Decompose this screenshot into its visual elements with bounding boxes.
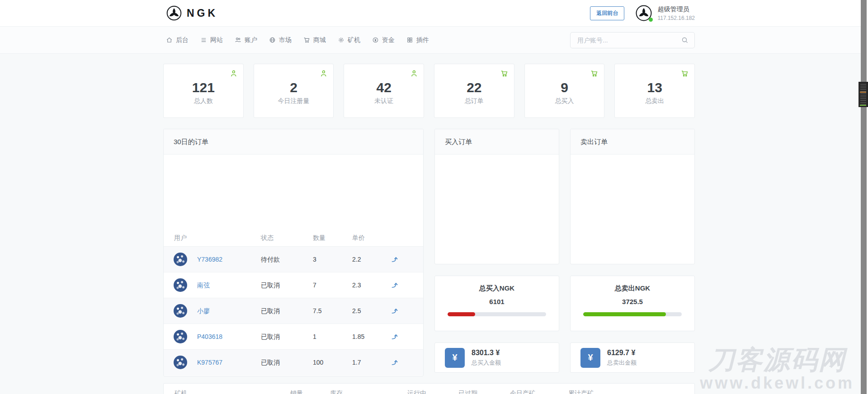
user-menu[interactable]: 超级管理员 117.152.16.182 [635, 4, 695, 22]
column-header-running: 运行中 [407, 389, 426, 394]
order-detail-arrow-icon[interactable] [391, 281, 400, 290]
minimap-green-marker [860, 105, 866, 106]
sell-orders-panel: 卖出订单 [570, 129, 695, 264]
nav-item-dashboard[interactable]: 后台 [166, 36, 189, 44]
nav-item-funds[interactable]: 资金 [372, 36, 395, 44]
yen-badge-icon: ¥ [580, 348, 600, 368]
total-buy-amount-card: ¥ 8301.3 ¥ 总买入金额 [434, 342, 559, 373]
column-header-today-mined: 今日产矿 [510, 389, 535, 394]
avatar [174, 253, 187, 266]
order-qty: 7 [313, 281, 316, 289]
stat-value: 2 [254, 80, 334, 95]
main-navbar: 后台 网站 账户 市场 商城 矿机 资金 插件 [0, 27, 868, 54]
search-box [570, 32, 695, 48]
user-ip: 117.152.16.182 [657, 15, 695, 21]
order-status: 已取消 [261, 281, 280, 290]
user-link[interactable]: Y736982 [197, 256, 222, 263]
order-detail-arrow-icon[interactable] [391, 332, 400, 341]
order-detail-arrow-icon[interactable] [391, 255, 400, 264]
stat-label: 总买入 [525, 97, 604, 105]
watermark-text-cn: 刀客源码网 [700, 346, 854, 374]
money-amount: 8301.3 ¥ [472, 349, 501, 357]
table-row: Y736982 待付款 3 2.2 [164, 247, 423, 272]
order-price: 1.85 [352, 333, 364, 340]
money-amount: 6129.7 ¥ [607, 349, 637, 357]
search-input[interactable] [571, 37, 681, 44]
orders-30d-panel: 30日的订单 用户 状态 数量 单价 Y736982 待付款 3 2.2 [163, 129, 424, 376]
orders-chart-area [164, 155, 423, 229]
nav-item-plugins[interactable]: 插件 [406, 36, 429, 44]
stat-card-total-buys: 9 总买入 [524, 64, 605, 118]
panel-title: 买入订单 [435, 129, 559, 155]
cart-icon [303, 37, 310, 43]
table-row: K975767 已取消 100 1.7 [164, 350, 423, 375]
order-status: 已取消 [261, 333, 280, 341]
stat-card-today-registered: 2 今日注册量 [254, 64, 334, 118]
total-buy-ngk-panel: 总买入NGK 6101 [434, 276, 559, 331]
column-header-user: 用户 [174, 234, 187, 242]
user-link[interactable]: 南弦 [197, 281, 210, 290]
progress-value: 3725.5 [571, 298, 694, 305]
table-row: 南弦 已取消 7 2.3 [164, 272, 423, 298]
stat-label: 总卖出 [615, 97, 694, 105]
top-header: NGK 返回前台 超级管理员 [0, 0, 868, 27]
order-status: 已取消 [261, 307, 280, 315]
orders-table-body: Y736982 待付款 3 2.2 南弦 已取消 7 2.3 小廖 [164, 247, 423, 375]
buy-orders-panel: 买入订单 [434, 129, 559, 264]
total-sell-ngk-panel: 总卖出NGK 3725.5 [570, 276, 695, 331]
cart-icon [681, 70, 689, 77]
column-header-qty: 数量 [313, 234, 326, 242]
nav-item-market[interactable]: 市场 [269, 36, 292, 44]
stat-card-unverified: 42 未认证 [344, 64, 424, 118]
order-detail-arrow-icon[interactable] [391, 306, 400, 315]
users-icon [235, 37, 241, 43]
miners-table-panel: 矿机 销量 库存 运行中 已过期 今日产矿 累计产矿 [163, 383, 695, 394]
order-qty: 100 [313, 359, 323, 366]
person-icon [320, 70, 327, 77]
progress-bar [448, 312, 546, 316]
stat-label: 总人数 [164, 97, 243, 105]
scrollbar-thumb[interactable] [859, 82, 868, 107]
stat-value: 13 [615, 80, 694, 95]
ngk-logo-icon [166, 5, 182, 21]
order-detail-arrow-icon[interactable] [391, 358, 400, 367]
avatar [174, 304, 187, 318]
stat-label: 总订单 [434, 97, 514, 105]
minimap-orange-marker [860, 92, 866, 93]
stat-value: 9 [525, 80, 604, 95]
user-link[interactable]: K975767 [197, 359, 222, 366]
minimap-lines [860, 84, 866, 105]
avatar [174, 278, 187, 292]
nav-item-miners[interactable]: 矿机 [338, 36, 360, 44]
order-status: 已取消 [261, 359, 280, 367]
user-link[interactable]: 小廖 [197, 307, 210, 315]
nav-item-website[interactable]: 网站 [200, 36, 223, 44]
money-label: 总卖出金额 [607, 359, 637, 367]
order-price: 2.3 [352, 281, 361, 289]
order-qty: 3 [313, 256, 316, 263]
search-icon[interactable] [681, 37, 689, 44]
order-qty: 1 [313, 333, 316, 340]
home-icon [166, 37, 173, 43]
cart-icon [500, 70, 508, 77]
plugin-grid-icon [406, 37, 413, 43]
orders-table-header: 用户 状态 数量 单价 [164, 229, 423, 247]
scrollbar-track[interactable] [861, 0, 867, 394]
nav-item-accounts[interactable]: 账户 [235, 36, 257, 44]
back-to-front-button[interactable]: 返回前台 [590, 6, 624, 20]
watermark-text-url: www.dkewl.com [700, 374, 854, 393]
user-link[interactable]: P403618 [197, 333, 222, 340]
column-header-price: 单价 [352, 234, 365, 242]
progress-fill [583, 312, 666, 316]
table-row: P403618 已取消 1 1.85 [164, 324, 423, 350]
yen-coin-icon [372, 37, 379, 43]
panel-title: 30日的订单 [164, 129, 423, 155]
stat-card-total-orders: 22 总订单 [434, 64, 514, 118]
nav-item-mall[interactable]: 商城 [303, 36, 326, 44]
stat-card-total-sells: 13 总卖出 [614, 64, 695, 118]
list-icon [200, 37, 207, 43]
column-header-status: 状态 [261, 234, 274, 242]
brand-logo-link[interactable]: NGK [166, 5, 218, 21]
stat-value: 121 [164, 80, 243, 95]
globe-icon [269, 37, 276, 43]
